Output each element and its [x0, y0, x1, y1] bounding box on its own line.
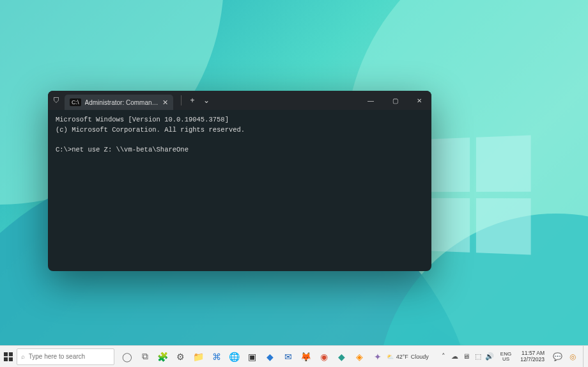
- terminal-window: ⛉ C:\ Administrator: Command Pron ✕ + ⌄ …: [48, 91, 431, 271]
- weather-icon: ⛅: [387, 354, 394, 360]
- tray-cloud[interactable]: ☁: [449, 352, 461, 361]
- taskbar-app-app-b[interactable]: ◈: [351, 346, 369, 368]
- tray-overflow[interactable]: ˄: [438, 352, 449, 361]
- clock-date: 12/7/2023: [520, 357, 545, 363]
- cmd-icon: C:\: [70, 98, 81, 106]
- titlebar[interactable]: ⛉ C:\ Administrator: Command Pron ✕ + ⌄ …: [48, 91, 431, 110]
- system-tray: ⛅ 42°F Cloudy ˄☁🖥⬚🔊 ENG US 11:57 AM 12/7…: [387, 346, 588, 368]
- taskbar: ⌕ ◯⧉🧩⚙📁⌘🌐▣◆✉🦊◉◆◈✦ ⛅ 42°F Cloudy ˄☁🖥⬚🔊 EN…: [0, 345, 588, 367]
- notification-button[interactable]: 💬: [551, 352, 564, 361]
- weather-cond: Cloudy: [411, 354, 429, 360]
- new-tab-button[interactable]: +: [185, 96, 199, 105]
- terminal-output[interactable]: Microsoft Windows [Version 10.0.19045.37…: [48, 110, 431, 271]
- terminal-line: (c) Microsoft Corporation. All rights re…: [56, 126, 245, 134]
- taskbar-app-terminal[interactable]: ▣: [244, 346, 261, 368]
- taskbar-app-file-explorer[interactable]: 📁: [190, 346, 208, 368]
- show-desktop-button[interactable]: [583, 346, 587, 368]
- desktop: ⛉ C:\ Administrator: Command Pron ✕ + ⌄ …: [0, 0, 588, 367]
- taskbar-app-app-misc[interactable]: 🧩: [154, 346, 172, 368]
- copilot-button[interactable]: ◎: [566, 352, 579, 361]
- svg-rect-0: [4, 352, 8, 356]
- tab-close-button[interactable]: ✕: [162, 98, 168, 107]
- taskbar-app-app-a[interactable]: ◆: [333, 346, 351, 368]
- svg-rect-3: [9, 357, 13, 361]
- minimize-button[interactable]: —: [359, 91, 383, 110]
- windows-logo: [419, 136, 531, 255]
- shield-icon: ⛉: [48, 97, 65, 104]
- start-button[interactable]: [0, 346, 17, 368]
- taskbar-app-cortana[interactable]: ◯: [118, 346, 136, 368]
- taskbar-app-chrome[interactable]: ◉: [315, 346, 333, 368]
- terminal-line: Microsoft Windows [Version 10.0.19045.37…: [56, 116, 229, 123]
- tray-volume[interactable]: 🔊: [484, 352, 495, 361]
- svg-rect-2: [4, 357, 8, 361]
- taskbar-app-task-view[interactable]: ⧉: [136, 346, 154, 368]
- taskbar-app-vscode-alt[interactable]: ◆: [261, 346, 279, 368]
- lang-line2: US: [500, 357, 511, 362]
- taskbar-app-firefox[interactable]: 🦊: [297, 346, 315, 368]
- taskbar-app-app-c[interactable]: ✦: [369, 346, 387, 368]
- taskbar-app-outlook[interactable]: ✉: [279, 346, 297, 368]
- maximize-button[interactable]: ▢: [383, 91, 407, 110]
- tray-screen[interactable]: 🖥: [461, 352, 472, 361]
- search-input[interactable]: [29, 353, 110, 360]
- svg-rect-1: [9, 352, 13, 356]
- search-box[interactable]: ⌕: [17, 348, 114, 365]
- search-icon: ⌕: [21, 353, 25, 360]
- terminal-line: C:\>net use Z: \\vm-beta\ShareOne: [56, 146, 189, 153]
- taskbar-apps: ◯⧉🧩⚙📁⌘🌐▣◆✉🦊◉◆◈✦: [118, 346, 387, 368]
- weather-widget[interactable]: ⛅ 42°F Cloudy: [387, 354, 429, 360]
- tab-divider: [181, 95, 182, 105]
- language-indicator[interactable]: ENG US: [500, 352, 511, 362]
- clock[interactable]: 11:57 AM 12/7/2023: [520, 350, 545, 363]
- taskbar-app-settings[interactable]: ⚙: [172, 346, 190, 368]
- close-button[interactable]: ✕: [407, 91, 431, 110]
- windows-icon: [4, 352, 13, 361]
- tab-title: Administrator: Command Pron: [85, 99, 159, 106]
- weather-temp: 42°F: [396, 354, 408, 360]
- taskbar-app-edge[interactable]: 🌐: [226, 346, 244, 368]
- tray-network[interactable]: ⬚: [472, 352, 484, 361]
- terminal-tab[interactable]: C:\ Administrator: Command Pron ✕: [65, 95, 173, 110]
- taskbar-app-vscode[interactable]: ⌘: [208, 346, 226, 368]
- tab-dropdown-button[interactable]: ⌄: [199, 96, 213, 105]
